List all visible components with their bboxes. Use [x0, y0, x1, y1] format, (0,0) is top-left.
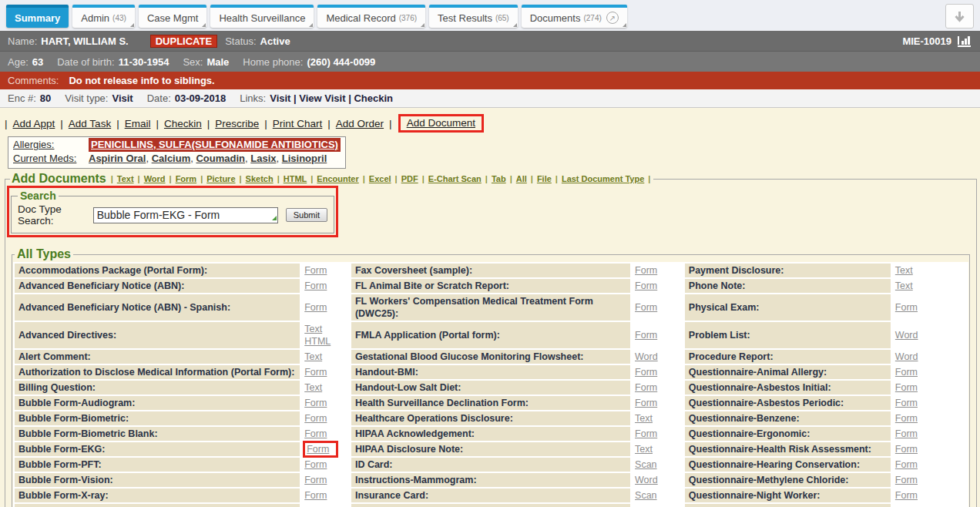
doc-link-accommodations-package-portal-form-form[interactable]: Form — [304, 265, 327, 276]
separator: | — [346, 92, 354, 104]
action-add-document[interactable]: Add Document — [407, 117, 475, 129]
quicklink-pdf[interactable]: PDF — [401, 174, 418, 183]
popout-icon[interactable]: ↗ — [606, 12, 619, 24]
doc-link-advanced-directives-text[interactable]: Text — [304, 324, 322, 334]
med-link-lisinopril[interactable]: Lisinopril — [282, 153, 327, 164]
age-value: 63 — [32, 56, 43, 68]
doc-link-instructions-mammogram-word[interactable]: Word — [635, 475, 658, 485]
med-link-coumadin[interactable]: Coumadin — [196, 153, 245, 164]
doc-link-questionnaire-hearing-conservation-form[interactable]: Form — [895, 459, 918, 470]
doc-type-search-input[interactable] — [93, 207, 278, 223]
doc-link-bubble-form-x-ray-form[interactable]: Form — [304, 490, 327, 501]
quicklink-html[interactable]: HTML — [284, 174, 307, 183]
action-print-chart[interactable]: Print Chart — [273, 118, 323, 129]
doc-link-advanced-beneficiary-notice-abn-form[interactable]: Form — [304, 280, 327, 291]
med-link-aspirin-oral[interactable]: Aspirin Oral — [89, 153, 146, 164]
doc-link-id-card-scan[interactable]: Scan — [635, 459, 657, 470]
doc-link-bubble-form-biometric-form[interactable]: Form — [304, 413, 327, 424]
tab-documents[interactable]: Documents(274)↗ — [522, 5, 627, 28]
action-checkin[interactable]: Checkin — [164, 118, 202, 129]
doc-link-insurance-card-scan[interactable]: Scan — [635, 490, 657, 501]
doc-type-name: Questionnaire-Health Risk Assessment: — [685, 442, 891, 456]
tab-admin[interactable]: Admin(43) — [72, 5, 135, 28]
doc-link-health-surveillance-declination-form-form[interactable]: Form — [635, 398, 657, 408]
doc-link-handout-bmi-form[interactable]: Form — [635, 367, 657, 378]
doc-link-alert-comment-text[interactable]: Text — [304, 351, 322, 362]
doc-link-bubble-form-ekg-form[interactable]: Form — [307, 444, 329, 455]
download-button[interactable] — [945, 4, 974, 29]
doc-link-questionnaire-night-worker-form[interactable]: Form — [895, 490, 918, 501]
quicklink-text[interactable]: Text — [117, 174, 134, 183]
enc-link-checkin[interactable]: Checkin — [354, 92, 393, 104]
patient-name: Name: HART, WILLIAM S. — [8, 35, 129, 47]
doc-type-row: Advanced Directives:TextHTMLFMLA Applica… — [15, 322, 967, 348]
doc-type-row: Bubble Form-PFT:FormID Card:ScanQuestion… — [15, 458, 967, 472]
doc-link-questionnaire-health-risk-assessment-form[interactable]: Form — [895, 444, 918, 455]
doc-link-fl-animal-bite-or-scratch-report-form[interactable]: Form — [635, 280, 657, 291]
current-meds-link[interactable]: Current Meds: — [13, 152, 86, 166]
enc-link-visit[interactable]: Visit — [270, 92, 290, 104]
doc-link-physical-exam-form[interactable]: Form — [895, 302, 918, 313]
doc-link-hipaa-acknowledgement-form[interactable]: Form — [635, 428, 657, 439]
tab-medical-record[interactable]: Medical Record(376) — [317, 5, 425, 28]
quicklink-all[interactable]: All — [516, 174, 527, 183]
doc-link-problem-list-word[interactable]: Word — [895, 330, 918, 341]
doc-link-questionnaire-asbestos-periodic-form[interactable]: Form — [895, 398, 918, 408]
doc-link-payment-disclosure-text[interactable]: Text — [895, 265, 913, 276]
separator: | — [264, 118, 267, 129]
doc-link-fl-workers-compensation-medical-treatment-form-dwc25-form[interactable]: Form — [635, 302, 657, 313]
quicklink-last-document-type[interactable]: Last Document Type — [562, 174, 644, 183]
quicklink-e-chart-scan[interactable]: E-Chart Scan — [428, 174, 482, 183]
doc-link-phone-note-text[interactable]: Text — [895, 280, 913, 291]
doc-link-fax-coversheet-sample-form[interactable]: Form — [635, 265, 657, 276]
quicklink-form[interactable]: Form — [176, 174, 197, 183]
doc-link-handout-low-salt-diet-form[interactable]: Form — [635, 382, 657, 393]
quicklink-tab[interactable]: Tab — [492, 174, 506, 183]
doc-link-bubble-form-biometric-blank-form[interactable]: Form — [304, 428, 327, 439]
quicklink-encounter[interactable]: Encounter — [317, 174, 358, 183]
doc-link-questionnaire-asbestos-initial-form[interactable]: Form — [895, 382, 918, 393]
allergies-link[interactable]: Allergies: — [13, 138, 86, 152]
doc-link-questionnaire-animal-allergy-form[interactable]: Form — [895, 367, 918, 378]
action-add-order[interactable]: Add Order — [336, 118, 384, 129]
tab-summary[interactable]: Summary — [6, 5, 69, 28]
quicklink-excel[interactable]: Excel — [369, 174, 391, 183]
doc-link-hipaa-disclosure-note-text[interactable]: Text — [635, 444, 653, 455]
doc-link-questionnaire-benzene-form[interactable]: Form — [895, 413, 918, 424]
doc-link-healthcare-operations-disclosure-text[interactable]: Text — [635, 413, 653, 424]
separator: | — [310, 174, 313, 183]
doc-link-fmla-application-portal-form-form[interactable]: Form — [635, 330, 657, 341]
submit-button[interactable]: Submit — [286, 208, 327, 222]
tab-health-surveillance[interactable]: Health Surveillance — [210, 5, 314, 28]
quicklink-word[interactable]: Word — [144, 174, 166, 183]
allergy-value-link[interactable]: PENICILLINS, SULFA(SULFONAMIDE ANTIBIOTI… — [89, 138, 341, 152]
action-email[interactable]: Email — [125, 118, 151, 129]
action-add-task[interactable]: Add Task — [69, 118, 111, 129]
doc-link-questionnaire-methylene-chloride-form[interactable]: Form — [895, 475, 918, 485]
doc-link-questionnaire-ergonomic-form[interactable]: Form — [895, 428, 918, 439]
med-link-lasix[interactable]: Lasix — [250, 153, 276, 164]
action-add-appt[interactable]: Add Appt — [13, 118, 55, 129]
doc-link-authorization-to-disclose-medical-information-portal-form-form[interactable]: Form — [304, 367, 327, 378]
tab-test-results[interactable]: Test Results(65) — [429, 5, 518, 28]
doc-type-links: Word — [632, 473, 683, 487]
doc-link-billing-question-text[interactable]: Text — [304, 382, 322, 393]
doc-link-bubble-form-pft-form[interactable]: Form — [304, 459, 327, 470]
quicklink-picture[interactable]: Picture — [206, 174, 235, 183]
chart-icon[interactable] — [957, 35, 972, 47]
doc-link-advanced-directives-html[interactable]: HTML — [304, 336, 331, 347]
tab-case-mgmt[interactable]: Case Mgmt — [139, 5, 206, 28]
doc-type-name: Questionnaire-Benzene: — [685, 411, 891, 425]
doc-link-bubble-form-vision-form[interactable]: Form — [304, 475, 327, 485]
doc-type-links: Form — [892, 411, 967, 425]
doc-link-advanced-beneficiary-notice-abn-spanish-form[interactable]: Form — [304, 302, 327, 313]
doc-type-name: Healthcare Operations Disclosure: — [351, 411, 630, 425]
doc-link-procedure-report-word[interactable]: Word — [895, 351, 918, 362]
doc-link-gestational-blood-glucose-monitoring-flowsheet-word[interactable]: Word — [635, 351, 658, 362]
quicklink-file[interactable]: File — [537, 174, 552, 183]
enc-link-view-visit[interactable]: View Visit — [299, 92, 345, 104]
action-prescribe[interactable]: Prescribe — [215, 118, 259, 129]
quicklink-sketch[interactable]: Sketch — [246, 174, 274, 183]
doc-link-bubble-form-audiogram-form[interactable]: Form — [304, 398, 327, 408]
med-link-calcium[interactable]: Calcium — [152, 153, 191, 164]
